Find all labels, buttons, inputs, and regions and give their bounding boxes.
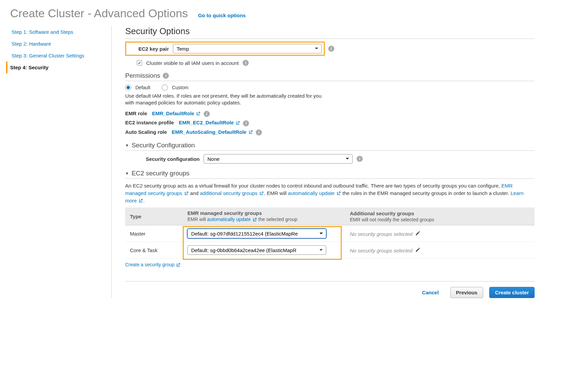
external-link-icon	[235, 121, 240, 126]
col-managed: EMR managed security groups EMR will aut…	[183, 207, 345, 225]
table-row: Core & Task Default: sg-0bbd0b64a2cea42e…	[125, 242, 535, 259]
create-cluster-button[interactable]: Create cluster	[489, 287, 535, 298]
pencil-icon[interactable]	[415, 248, 421, 253]
step-2-hardware[interactable]: Step 2: Hardware	[10, 38, 108, 50]
security-configuration-select[interactable]: None	[204, 154, 353, 164]
sg-type-master: Master	[125, 225, 183, 242]
sg-type-core: Core & Task	[125, 242, 183, 259]
info-icon[interactable]: i	[256, 129, 262, 136]
page-title: Create Cluster - Advanced Options	[10, 7, 188, 20]
ec2-keypair-highlight: EC2 key pair Temp	[125, 42, 325, 56]
ec2-security-groups-title[interactable]: EC2 security groups	[125, 170, 535, 179]
ec2-keypair-label: EC2 key pair	[128, 46, 169, 52]
core-sg-select[interactable]: Default: sg-0bbd0b64a2cea42ee (ElasticMa…	[187, 245, 326, 255]
external-link-icon	[259, 191, 264, 196]
master-sg-select[interactable]: Default: sg-097dfdd1215512ec4 (ElasticMa…	[187, 229, 326, 238]
info-icon[interactable]: i	[357, 156, 363, 162]
autoscale-role-row: Auto Scaling role EMR_AutoScaling_Defaul…	[125, 129, 535, 136]
pencil-icon[interactable]	[415, 231, 421, 237]
external-link-icon	[336, 191, 341, 196]
external-link-icon	[184, 191, 189, 196]
step-3-general[interactable]: Step 3: General Cluster Settings	[10, 50, 108, 62]
external-link-icon	[138, 198, 143, 203]
security-groups-table: Type EMR managed security groups EMR wil…	[125, 207, 535, 259]
info-icon[interactable]: i	[243, 120, 249, 126]
info-icon[interactable]: i	[163, 73, 169, 79]
main-content: Security Options EC2 key pair Temp i ✓ C…	[125, 26, 535, 298]
permissions-default-label: Default	[135, 85, 150, 90]
step-1-software[interactable]: Step 1: Software and Steps	[10, 26, 108, 38]
col-additional: Additional security groups EMR will not …	[345, 207, 535, 225]
permissions-title: Permissions i	[125, 72, 535, 81]
create-security-group-link[interactable]: Create a security group	[125, 262, 175, 267]
permissions-description: Use default IAM roles. If roles are not …	[125, 93, 328, 106]
emr-role-link[interactable]: EMR_DefaultRole	[152, 111, 194, 116]
ec2-profile-link[interactable]: EMR_EC2_DefaultRole	[179, 120, 234, 125]
autoscale-role-link[interactable]: EMR_AutoScaling_DefaultRole	[172, 129, 247, 135]
previous-button[interactable]: Previous	[450, 287, 483, 298]
wizard-steps-sidebar: Step 1: Software and Steps Step 2: Hardw…	[10, 26, 112, 298]
auto-update-link[interactable]: automatically update	[288, 190, 335, 196]
info-icon[interactable]: i	[204, 111, 210, 117]
wizard-footer: Cancel Previous Create cluster	[125, 281, 535, 298]
security-configuration-label: Security configuration	[125, 156, 200, 162]
col-type: Type	[125, 207, 183, 225]
emr-role-row: EMR role EMR_DefaultRole i	[125, 111, 535, 117]
security-options-title: Security Options	[125, 26, 535, 36]
security-groups-description: An EC2 security group acts as a virtual …	[125, 182, 535, 204]
permissions-custom-radio[interactable]	[162, 84, 168, 91]
core-additional-none: No security groups selected	[350, 248, 412, 253]
step-4-security[interactable]: Step 4: Security	[6, 62, 108, 73]
cluster-visible-label: Cluster visible to all IAM users in acco…	[146, 60, 239, 66]
additional-sg-link[interactable]: additional security groups	[200, 190, 257, 196]
external-link-icon	[248, 130, 253, 135]
permissions-custom-label: Custom	[172, 85, 188, 90]
external-link-icon	[196, 111, 201, 116]
security-configuration-title[interactable]: Security Configuration	[125, 142, 535, 151]
auto-update-link-2[interactable]: automatically update	[207, 217, 250, 222]
info-icon[interactable]: i	[243, 60, 249, 66]
cluster-visible-checkbox[interactable]: ✓	[137, 60, 142, 66]
ec2-keypair-select[interactable]: Temp	[173, 44, 322, 53]
permissions-default-radio[interactable]	[125, 84, 131, 91]
ec2-profile-row: EC2 instance profile EMR_EC2_DefaultRole…	[125, 120, 535, 126]
table-row: Master Default: sg-097dfdd1215512ec4 (El…	[125, 225, 535, 242]
quick-options-link[interactable]: Go to quick options	[198, 13, 246, 18]
info-icon[interactable]: i	[328, 46, 334, 52]
master-additional-none: No security groups selected	[350, 231, 412, 237]
cancel-button[interactable]: Cancel	[417, 287, 444, 298]
external-link-icon	[176, 263, 181, 268]
external-link-icon	[252, 217, 257, 222]
